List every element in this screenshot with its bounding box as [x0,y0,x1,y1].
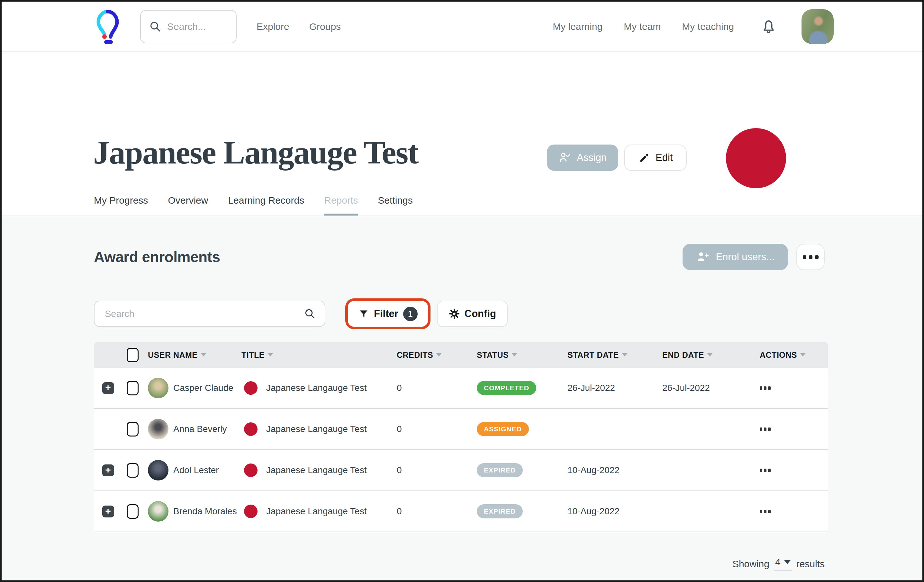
course-title[interactable]: Japanese Langauge Test [266,465,366,475]
sort-caret-icon [201,353,206,357]
expand-row-button[interactable]: + [102,464,114,476]
assign-button-label: Assign [577,152,607,163]
user-name[interactable]: Brenda Morales [173,506,237,516]
showing-label: Showing [733,559,769,569]
column-header-end-date[interactable]: END DATE [657,350,751,360]
nav-right-group: My learning My team My teaching [553,9,834,44]
status-badge: EXPIRED [477,504,523,518]
sort-caret-icon [268,353,273,357]
user-name[interactable]: Casper Claude [173,383,233,393]
user-name[interactable]: Adol Lester [173,465,219,475]
credits-value: 0 [392,506,471,516]
red-circle-thumb [244,505,257,518]
row-actions-button[interactable] [751,427,828,431]
course-thumbnail [241,420,260,439]
course-title[interactable]: Japanese Langauge Test [266,383,366,393]
end-date: 26-Jul-2022 [657,383,751,393]
sort-caret-icon [800,353,805,357]
edit-button[interactable]: Edit [624,145,687,171]
nav-my-learning[interactable]: My learning [553,21,602,32]
section-title: Award enrolments [94,248,220,266]
sort-caret-icon [512,353,517,357]
row-actions-button[interactable] [751,386,828,390]
ellipsis-icon [760,510,762,513]
expand-row-button[interactable]: + [102,506,114,518]
nav-explore[interactable]: Explore [257,21,289,32]
search-icon [149,21,162,33]
table-row: + Casper Claude Japanese Langauge Test 0… [94,368,828,409]
column-header-user-name[interactable]: USER NAME [143,350,239,360]
section-actions: Enrol users... [683,244,825,270]
course-title[interactable]: Japanese Langauge Test [266,424,366,434]
global-search-input[interactable] [167,21,229,33]
table-row: + Adol Lester Japanese Langauge Test 0 E… [94,450,828,491]
tab-my-progress[interactable]: My Progress [94,195,148,215]
course-title[interactable]: Japanese Langauge Test [266,506,366,516]
column-header-actions[interactable]: ACTIONS [751,350,828,360]
sort-caret-icon [436,353,441,357]
filter-button-label: Filter [374,308,398,320]
expand-row-button[interactable]: + [102,382,114,394]
ellipsis-icon [760,427,762,431]
nav-my-teaching[interactable]: My teaching [682,21,734,32]
results-per-page-dropdown[interactable]: 4 [774,557,792,571]
row-checkbox[interactable] [127,504,139,519]
notifications-bell-icon[interactable] [761,18,777,35]
select-all-checkbox[interactable] [127,348,139,362]
page: Explore Groups My learning My team My te… [0,0,924,582]
credits-value: 0 [392,383,471,393]
column-header-status[interactable]: STATUS [471,350,563,360]
tab-reports[interactable]: Reports [324,195,358,215]
filter-count-badge: 1 [403,307,417,321]
main-content: Award enrolments Enrol users... [2,216,922,580]
app-logo-lightbulb-icon[interactable] [96,8,120,45]
tab-learning-records[interactable]: Learning Records [228,195,304,215]
row-checkbox[interactable] [127,463,139,478]
row-actions-button[interactable] [751,469,828,472]
row-checkbox[interactable] [127,422,139,436]
ellipsis-icon [803,255,806,259]
red-circle-thumb [244,381,257,395]
course-thumbnail [241,379,260,397]
column-header-credits[interactable]: CREDITS [392,350,471,360]
user-name[interactable]: Anna Beverly [173,424,227,434]
tab-overview[interactable]: Overview [168,195,208,215]
column-header-start-date[interactable]: START DATE [563,350,657,360]
enrolments-table: USER NAME TITLE CREDITS STATUS START DAT… [94,342,828,532]
row-actions-button[interactable] [751,510,828,513]
enrol-users-label: Enrol users... [716,251,774,263]
column-header-title[interactable]: TITLE [239,350,392,360]
red-circle-thumb [244,464,257,477]
status-badge: ASSIGNED [477,422,529,436]
more-actions-button[interactable] [796,244,825,270]
start-date: 26-Jul-2022 [563,383,657,393]
avatar [148,501,168,522]
section-header: Award enrolments Enrol users... [94,244,825,270]
table-footer: Showing 4 results [94,557,825,571]
edit-button-label: Edit [655,152,673,163]
course-tabs: My Progress Overview Learning Records Re… [2,195,922,216]
tab-settings[interactable]: Settings [378,195,412,215]
chevron-down-icon [784,560,790,564]
avatar [148,378,168,398]
pencil-icon [638,151,650,164]
row-checkbox[interactable] [127,381,139,395]
global-search-box [140,10,237,43]
search-icon[interactable] [304,308,316,320]
config-button-label: Config [465,308,496,320]
user-check-icon [558,151,571,164]
funnel-icon [358,308,369,319]
assign-button[interactable]: Assign [547,145,618,171]
nav-groups[interactable]: Groups [309,21,341,32]
user-profile-avatar[interactable] [802,9,834,44]
top-navigation-bar: Explore Groups My learning My team My te… [2,2,922,52]
red-circle-thumb [244,423,257,436]
ellipsis-icon [760,386,762,390]
enrol-users-button[interactable]: Enrol users... [683,244,788,270]
table-search-input[interactable] [104,308,304,320]
nav-my-team[interactable]: My team [624,21,661,32]
credits-value: 0 [392,424,471,434]
config-button[interactable]: Config [437,301,508,327]
filter-button-highlighted[interactable]: Filter 1 [345,298,431,329]
table-row: + Brenda Morales Japanese Langauge Test … [94,491,828,532]
